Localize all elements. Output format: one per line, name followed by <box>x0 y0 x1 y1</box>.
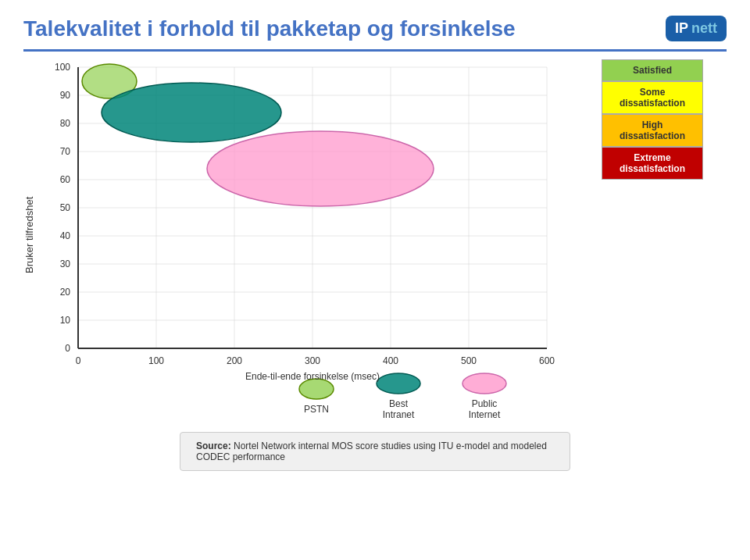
chart-wrapper: Bruker tilfredshet <box>23 59 586 395</box>
svg-text:400: 400 <box>383 355 398 366</box>
chart-svg: 100 90 80 70 60 50 40 30 20 10 0 0 100 2… <box>39 59 586 395</box>
legend-boxes: Satisfied Some dissatisfaction High diss… <box>602 59 703 395</box>
legend-some: Some dissatisfaction <box>602 81 703 114</box>
page-title: Talekvalitet i forhold til pakketap og f… <box>23 16 516 41</box>
svg-text:100: 100 <box>148 355 164 366</box>
svg-text:500: 500 <box>461 355 477 366</box>
svg-text:70: 70 <box>60 146 71 157</box>
svg-text:600: 600 <box>539 355 555 366</box>
public-internet-bubble <box>207 131 434 206</box>
svg-text:50: 50 <box>60 202 71 213</box>
page: Talekvalitet i forhold til pakketap og f… <box>0 0 750 560</box>
svg-text:100: 100 <box>55 62 70 73</box>
chart-inner: 100 90 80 70 60 50 40 30 20 10 0 0 100 2… <box>39 59 586 395</box>
source-label: Source: <box>196 441 231 451</box>
best-intranet-legend-label: BestIntranet <box>383 398 415 420</box>
svg-text:30: 30 <box>60 259 71 269</box>
svg-text:0: 0 <box>76 355 81 366</box>
svg-text:20: 20 <box>60 287 71 298</box>
logo: IP nett <box>666 16 727 41</box>
pstn-legend-label: PSTN <box>304 404 329 415</box>
svg-text:40: 40 <box>60 230 71 241</box>
svg-text:200: 200 <box>227 355 242 366</box>
logo-ip-text: IP <box>675 20 688 37</box>
logo-box: IP nett <box>666 16 727 41</box>
svg-text:0: 0 <box>65 343 70 354</box>
source-text: Nortel Network internal MOS score studie… <box>196 441 547 462</box>
svg-text:60: 60 <box>60 174 71 185</box>
svg-text:10: 10 <box>60 315 71 326</box>
legend-satisfied: Satisfied <box>602 59 703 81</box>
y-axis-label: Bruker tilfredshet <box>23 110 35 360</box>
source-box: Source: Nortel Network internal MOS scor… <box>180 432 570 471</box>
header: Talekvalitet i forhold til pakketap og f… <box>23 16 727 52</box>
svg-text:90: 90 <box>60 90 71 101</box>
public-internet-legend-label: PublicInternet <box>469 398 501 420</box>
main-content: Bruker tilfredshet <box>23 59 727 395</box>
svg-text:80: 80 <box>60 118 71 129</box>
svg-text:Ende-til-ende forsinkelse (mse: Ende-til-ende forsinkelse (msec) <box>245 371 380 382</box>
best-intranet-bubble <box>102 83 281 142</box>
svg-text:300: 300 <box>305 355 320 366</box>
legend-high: High dissatisfaction <box>602 114 703 147</box>
legend-extreme: Extreme dissatisfaction <box>602 147 703 180</box>
logo-nett-text: nett <box>691 20 717 37</box>
